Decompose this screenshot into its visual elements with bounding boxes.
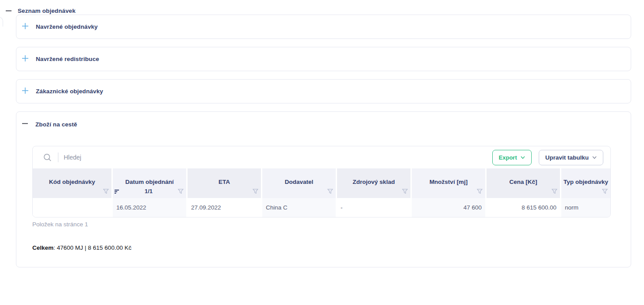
page: Seznam objednávek Navržené objednávky Na… xyxy=(0,0,644,305)
cell-typ-objednavky: norm xyxy=(560,198,610,217)
sort-bars-icon[interactable] xyxy=(115,189,119,194)
minus-icon[interactable] xyxy=(22,120,28,129)
panel-header-navrzene-objednavky[interactable]: Navržené objednávky xyxy=(16,15,631,38)
column-header-cena: Cena [Kč] xyxy=(485,168,560,198)
column-label: Datum objednání xyxy=(113,168,186,186)
column-label: Dodavatel xyxy=(262,168,336,186)
column-header-zdrojovy-sklad: Zdrojový sklad xyxy=(336,168,410,198)
plus-icon[interactable] xyxy=(22,23,29,31)
funnel-icon[interactable] xyxy=(402,189,408,194)
panel-title: Navržené redistribuce xyxy=(36,56,99,62)
column-label: Kód objednávky xyxy=(33,168,111,186)
panel-zbozi-na-ceste: Zboží na cestě Export Upravit tabulk xyxy=(16,111,631,267)
total-value: : 47600 MJ | 8 615 600.00 Kč xyxy=(54,244,131,251)
items-per-page-label: Položek na stránce 1 xyxy=(32,221,631,228)
plus-icon[interactable] xyxy=(22,55,29,64)
panel-title: Zboží na cestě xyxy=(35,121,77,128)
funnel-icon[interactable] xyxy=(103,189,109,194)
panel-title: Navržené objednávky xyxy=(36,23,98,30)
panel-header-zakaznicke-objednavky[interactable]: Zákaznické objednávky xyxy=(16,80,631,103)
page-title: Seznam objednávek xyxy=(18,8,76,14)
cell-zdrojovy-sklad: - xyxy=(336,198,410,217)
column-label: Cena [Kč] xyxy=(487,168,560,186)
orders-table-widget: Export Upravit tabulku Kód objednávky xyxy=(32,146,611,217)
column-header-typ-objednavky: Typ objednávky xyxy=(560,168,610,198)
page-header[interactable]: Seznam objednávek xyxy=(0,0,644,15)
table-header-row: Kód objednávky Datum objednání xyxy=(33,168,610,198)
total-line: Celkem: 47600 MJ | 8 615 600.00 Kč xyxy=(32,244,631,251)
column-label: Zdrojový sklad xyxy=(337,168,410,186)
table-toolbar: Export Upravit tabulku xyxy=(33,146,610,168)
column-header-mnozstvi: Množství [mj] xyxy=(410,168,485,198)
column-label: Typ objednávky xyxy=(561,168,610,186)
funnel-icon[interactable] xyxy=(327,189,333,194)
funnel-icon[interactable] xyxy=(552,189,557,194)
cell-cena: 8 615 600.00 xyxy=(485,198,560,217)
funnel-icon[interactable] xyxy=(253,189,258,194)
collapse-icon[interactable] xyxy=(5,8,12,14)
search-input[interactable] xyxy=(64,154,249,161)
cell-mnozstvi: 47 600 xyxy=(410,198,485,217)
cell-dodavatel: China C xyxy=(261,198,336,217)
panel-zakaznicke-objednavky: Zákaznické objednávky xyxy=(16,79,631,103)
table-row[interactable]: 16.05.2022 27.09.2022 China C - 47 600 8… xyxy=(33,198,610,217)
column-label: ETA xyxy=(188,168,261,186)
edit-table-button[interactable]: Upravit tabulku xyxy=(539,150,603,165)
pagination-indicator: 1/1 xyxy=(121,188,176,194)
edit-table-button-label: Upravit tabulku xyxy=(545,154,589,161)
chevron-down-icon xyxy=(592,156,597,159)
chevron-down-icon xyxy=(521,156,525,159)
panel-title: Zákaznické objednávky xyxy=(36,88,103,95)
cell-eta: 27.09.2022 xyxy=(186,198,261,217)
column-header-eta: ETA xyxy=(186,168,261,198)
total-label: Celkem xyxy=(32,244,54,251)
cell-datum-objednani: 16.05.2022 xyxy=(111,198,186,217)
column-label: Množství [mj] xyxy=(412,168,485,186)
funnel-icon[interactable] xyxy=(602,189,608,194)
plus-icon[interactable] xyxy=(22,87,29,96)
left-edge-artifact xyxy=(0,17,3,27)
funnel-icon[interactable] xyxy=(477,189,483,194)
column-header-dodavatel: Dodavatel xyxy=(261,168,336,198)
column-header-kod-objednavky: Kód objednávky xyxy=(33,168,111,198)
cell-kod-objednavky xyxy=(33,198,111,217)
search-icon xyxy=(43,153,52,162)
panel-navrzene-redistribuce: Navržené redistribuce xyxy=(16,47,631,71)
export-button[interactable]: Export xyxy=(492,150,532,165)
search-divider xyxy=(58,152,58,162)
panel-header-zbozi-na-ceste[interactable]: Zboží na cestě xyxy=(16,112,631,133)
panel-navrzene-objednavky: Navržené objednávky xyxy=(16,15,631,39)
column-header-datum-objednani: Datum objednání 1/1 xyxy=(111,168,186,198)
funnel-icon[interactable] xyxy=(178,189,184,194)
panel-header-navrzene-redistribuce[interactable]: Navržené redistribuce xyxy=(16,47,631,71)
export-button-label: Export xyxy=(499,154,517,161)
